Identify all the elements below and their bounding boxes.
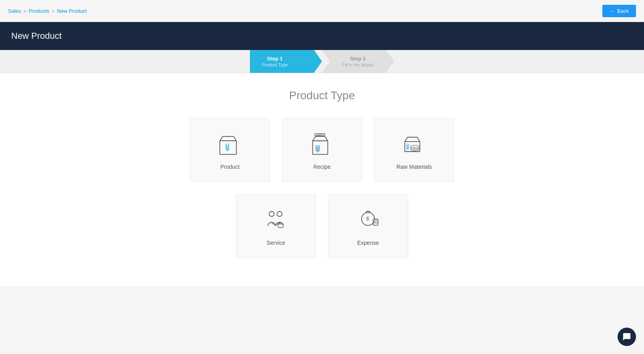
svg-point-28	[377, 224, 378, 224]
expense-card[interactable]: $ Expense	[328, 194, 408, 258]
svg-point-17	[269, 212, 274, 217]
svg-point-24	[376, 222, 376, 223]
svg-text:$: $	[366, 216, 369, 222]
svg-point-23	[374, 222, 375, 223]
breadcrumb-products[interactable]: Products	[29, 8, 49, 14]
svg-point-18	[277, 212, 282, 217]
raw-materials-card-label: Raw Materials	[396, 164, 432, 170]
back-button-label: Back	[617, 8, 629, 14]
svg-point-25	[377, 222, 378, 223]
step-1-title: Step 1	[262, 56, 288, 62]
expense-card-label: Expense	[357, 240, 379, 246]
cards-row-2: Service $ Expense	[24, 194, 620, 258]
breadcrumb-current: New Product	[57, 8, 87, 14]
expense-icon: $	[354, 206, 382, 235]
steps-bar: Step 1 Product Type Step 2 Fill in the d…	[0, 50, 644, 73]
back-button[interactable]: ← Back	[602, 5, 636, 17]
service-card-label: Service	[267, 240, 286, 246]
svg-rect-22	[374, 220, 377, 221]
svg-text:$: $	[413, 146, 415, 148]
breadcrumb-sales[interactable]: Sales	[8, 8, 21, 14]
svg-point-26	[374, 224, 375, 224]
product-card[interactable]: Product	[190, 118, 270, 182]
recipe-card-label: Recipe	[313, 164, 331, 170]
raw-materials-card[interactable]: $ Raw Materials	[374, 118, 454, 182]
svg-point-27	[376, 224, 376, 224]
step-2[interactable]: Step 2 Fill in the details	[322, 50, 394, 73]
product-icon	[215, 130, 244, 159]
svg-rect-19	[278, 224, 283, 228]
steps-container: Step 1 Product Type Step 2 Fill in the d…	[250, 50, 394, 73]
back-arrow-icon: ←	[610, 8, 615, 14]
service-icon	[262, 206, 290, 235]
page-header: New Product	[0, 22, 644, 50]
main-content: Product Type Product	[0, 73, 644, 286]
step-1[interactable]: Step 1 Product Type	[250, 50, 322, 73]
svg-point-13	[411, 145, 419, 148]
svg-point-16	[407, 144, 408, 146]
recipe-card[interactable]: Recipe	[282, 118, 362, 182]
sep1: »	[24, 8, 26, 14]
cards-row-1: Product Recipe	[24, 118, 620, 182]
step-1-label: Product Type	[262, 62, 288, 67]
section-title: Product Type	[24, 89, 620, 102]
product-card-label: Product	[220, 164, 239, 170]
page-title: New Product	[11, 31, 62, 41]
svg-rect-7	[313, 141, 328, 154]
svg-point-9	[317, 146, 318, 147]
step-1-content: Step 1 Product Type	[262, 56, 288, 67]
service-card[interactable]: Service	[236, 194, 316, 258]
step-2-content: Step 2 Fill in the details	[342, 56, 374, 67]
recipe-icon	[308, 130, 336, 159]
breadcrumb: Sales » Products » New Product	[8, 8, 87, 14]
step-2-title: Step 2	[342, 56, 374, 62]
breadcrumb-bar: Sales » Products » New Product ← Back	[0, 0, 644, 22]
raw-materials-icon: $	[400, 130, 429, 159]
sep2: »	[52, 8, 54, 14]
step-2-label: Fill in the details	[342, 62, 374, 67]
svg-point-3	[227, 144, 228, 146]
